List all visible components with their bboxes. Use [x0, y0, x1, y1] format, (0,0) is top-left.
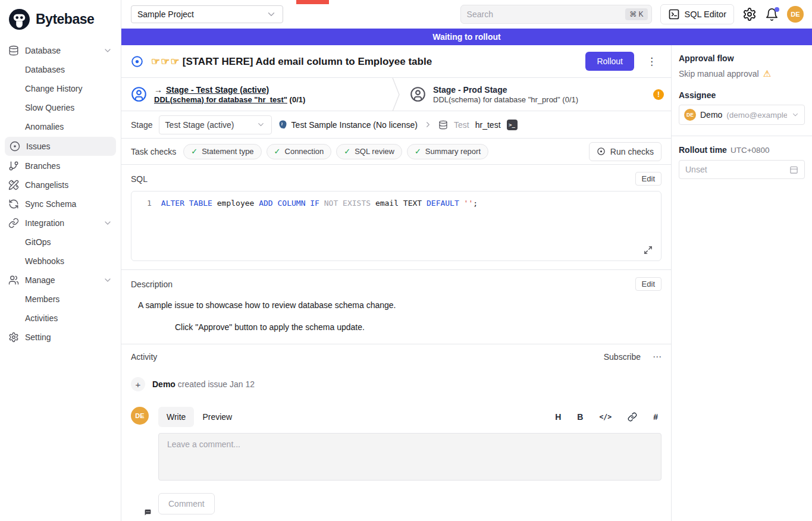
assignee-select[interactable]: DE Demo (demo@example: [679, 105, 805, 125]
stage-task-link[interactable]: DDL(schema) for database "hr_test": [154, 95, 287, 104]
check-pill-summary-report[interactable]: ✓Summary report: [407, 144, 488, 159]
link-format-button[interactable]: [628, 412, 637, 422]
code-format-button[interactable]: </>: [599, 413, 612, 421]
rollout-timezone: UTC+0800: [731, 146, 770, 155]
heading-format-button[interactable]: H: [555, 412, 561, 422]
sidebar-item-database[interactable]: Database: [0, 41, 121, 60]
project-select[interactable]: Sample Project: [131, 5, 283, 23]
activity-item: + Demo created issue Jan 12: [131, 377, 661, 391]
activity-text: created issue Jan 12: [178, 379, 255, 389]
sidebar-item-gitops[interactable]: GitOps: [0, 233, 121, 252]
sidebar-item-change-history[interactable]: Change History: [0, 79, 121, 98]
bold-format-button[interactable]: B: [577, 412, 583, 422]
description-section: Description Edit A sample issue to showc…: [121, 270, 671, 344]
sql-editor[interactable]: 1 ALTER TABLE employee ADD COLUMN IF NOT…: [131, 191, 661, 261]
issue-status-icon: [131, 55, 143, 68]
tab-write[interactable]: Write: [158, 407, 194, 427]
stage-title: Stage - Test Stage (active): [166, 85, 269, 95]
stage-user-icon-active: [131, 86, 147, 102]
sidebar-item-activities[interactable]: Activities: [0, 309, 121, 328]
hash-format-button[interactable]: #: [653, 412, 658, 422]
issue-circle-dot-icon: [10, 141, 20, 152]
check-icon: ✓: [274, 147, 281, 156]
sql-editor-button[interactable]: SQL Editor: [660, 4, 734, 24]
description-line-1: A sample issue to showcase how to review…: [138, 300, 661, 310]
chevron-down-icon: [266, 9, 277, 20]
approval-flow-label: Approval flow: [679, 54, 805, 63]
sidebar-item-manage[interactable]: Manage: [0, 271, 121, 290]
comment-avatar: DE: [131, 407, 149, 425]
comment-submit-button[interactable]: Comment: [158, 493, 215, 514]
sidebar-item-sync-schema[interactable]: Sync Schema: [0, 194, 121, 214]
sql-edit-button[interactable]: Edit: [635, 172, 661, 186]
brand-logo[interactable]: Bytebase: [0, 5, 121, 36]
environment-label: Test: [454, 120, 469, 130]
run-checks-button[interactable]: Run checks: [589, 142, 661, 161]
stage-card-test[interactable]: →Stage - Test Stage (active) DDL(schema)…: [121, 78, 392, 111]
sidebar-item-integration[interactable]: Integration: [0, 214, 121, 233]
activity-label: Activity: [131, 352, 157, 362]
description-edit-button[interactable]: Edit: [635, 277, 661, 291]
database-link[interactable]: hr_test: [475, 120, 501, 130]
pencil-ruler-icon: [8, 180, 19, 190]
check-pill-connection[interactable]: ✓Connection: [267, 144, 332, 159]
sidebar-item-databases[interactable]: Databases: [0, 60, 121, 79]
search-box[interactable]: ⌘ K: [460, 5, 652, 24]
more-options-icon[interactable]: ⋯: [653, 351, 661, 362]
stage-user-icon: [410, 86, 426, 102]
postgres-icon: [278, 120, 288, 130]
chevron-down-icon: [791, 111, 800, 119]
activity-user: Demo: [152, 379, 175, 389]
comment-textarea[interactable]: [158, 433, 661, 481]
search-input[interactable]: [467, 10, 626, 19]
database-icon: [8, 45, 19, 56]
app-window: Bytebase Database Databases Change Histo…: [0, 0, 812, 521]
sidebar-item-branches[interactable]: Branches: [0, 156, 121, 175]
attention-badge: !: [653, 89, 664, 100]
rollout-button[interactable]: Rollout: [585, 52, 634, 71]
assignee-name: Demo: [700, 110, 722, 120]
approval-flow-value: Skip manual approval: [679, 69, 759, 79]
sidebar-item-slow-queries[interactable]: Slow Queries: [0, 98, 121, 117]
check-pill-sql-review[interactable]: ✓SQL review: [336, 144, 402, 159]
subscribe-button[interactable]: Subscribe: [604, 352, 641, 362]
bytebase-logo-icon: [8, 8, 30, 30]
comment-editor: DE Write Preview H B </> #: [121, 395, 671, 514]
sidebar-item-anomalies[interactable]: Anomalies: [0, 117, 121, 136]
terminal-icon: [668, 8, 680, 20]
task-checks-label: Task checks: [131, 147, 176, 156]
notification-bell-icon[interactable]: [765, 8, 779, 21]
stage-task-count: (0/1): [287, 95, 305, 104]
user-avatar[interactable]: DE: [787, 6, 804, 23]
issue-header: ☞☞☞[START HERE] Add email column to Empl…: [121, 45, 671, 78]
chevron-down-icon: [103, 275, 112, 285]
stage-select[interactable]: Test Stage (active): [159, 115, 272, 134]
sidebar-item-webhooks[interactable]: Webhooks: [0, 252, 121, 271]
task-checks-row: Task checks ✓Statement type ✓Connection …: [121, 139, 671, 165]
chevron-down-icon: [256, 120, 265, 129]
comment-bubble-icon: [144, 509, 152, 516]
git-branch-icon: [8, 161, 19, 171]
settings-gear-icon[interactable]: [742, 7, 757, 21]
sidebar-item-changelists[interactable]: Changelists: [0, 175, 121, 194]
sidebar-item-setting[interactable]: Setting: [0, 328, 121, 347]
kebab-menu-icon[interactable]: ⋮: [642, 55, 661, 68]
sql-label: SQL: [131, 174, 148, 184]
plus-icon: +: [131, 377, 145, 391]
rollout-time-picker[interactable]: Unset: [679, 160, 805, 179]
assignee-email: (demo@example: [726, 111, 787, 120]
stage-pipeline: →Stage - Test Stage (active) DDL(schema)…: [121, 78, 671, 111]
tab-preview[interactable]: Preview: [194, 407, 240, 427]
panel-divider: [672, 136, 812, 136]
status-banner: Waiting to rollout: [121, 29, 812, 45]
sidebar-item-members[interactable]: Members: [0, 290, 121, 309]
instance-link[interactable]: Test Sample Instance (No license): [278, 120, 418, 130]
expand-fullscreen-icon[interactable]: [644, 246, 653, 255]
stage-label: Stage: [131, 120, 153, 130]
sidebar-item-issues[interactable]: Issues: [5, 137, 116, 156]
activity-section: Activity Subscribe ⋯ + Demo created issu…: [121, 344, 671, 395]
link-icon: [8, 218, 19, 228]
stage-card-prod[interactable]: Stage - Prod Stage DDL(schema) for datab…: [400, 78, 671, 111]
check-pill-statement-type[interactable]: ✓Statement type: [183, 144, 261, 159]
open-sql-editor-icon[interactable]: >_: [507, 120, 518, 130]
